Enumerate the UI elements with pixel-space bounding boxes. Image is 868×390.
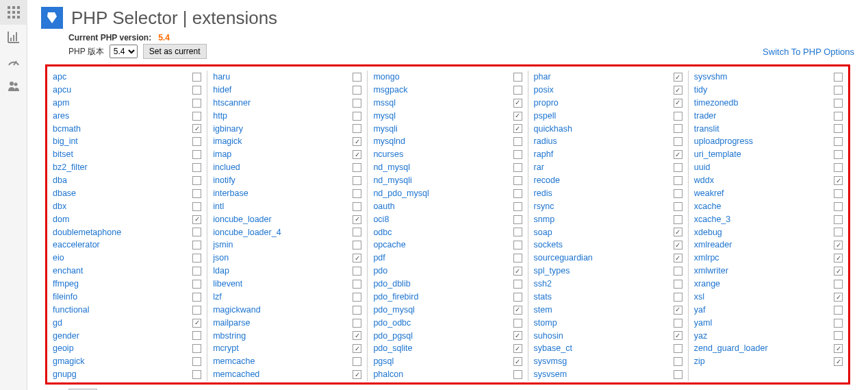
extension-checkbox[interactable] [513, 370, 522, 379]
extension-checkbox[interactable] [353, 228, 361, 236]
extension-checkbox[interactable] [674, 344, 682, 353]
extension-link[interactable]: dbase [53, 188, 76, 199]
extension-link[interactable]: gmagick [53, 356, 85, 367]
extension-link[interactable]: eaccelerator [53, 239, 100, 251]
extension-link[interactable]: sourceguardian [534, 252, 593, 264]
extension-checkbox[interactable] [674, 228, 682, 236]
extension-link[interactable]: intl [213, 201, 224, 212]
extension-checkbox[interactable] [513, 112, 522, 121]
extension-checkbox[interactable] [513, 73, 522, 82]
extension-link[interactable]: dom [53, 214, 69, 226]
extension-link[interactable]: dba [53, 175, 67, 186]
extension-link[interactable]: suhosin [534, 330, 563, 342]
extension-link[interactable]: pgsql [373, 356, 394, 367]
extension-link[interactable]: mcrypt [213, 343, 239, 354]
extension-link[interactable]: yaz [694, 330, 707, 342]
extension-checkbox[interactable] [674, 124, 682, 133]
extension-checkbox[interactable] [674, 189, 682, 198]
extension-checkbox[interactable] [674, 241, 682, 249]
extension-checkbox[interactable] [192, 124, 201, 133]
extension-link[interactable]: ares [53, 110, 69, 122]
extension-link[interactable]: hidef [213, 84, 231, 96]
extension-link[interactable]: rar [534, 162, 544, 173]
extension-link[interactable]: rsync [534, 201, 554, 212]
extension-link[interactable]: propro [534, 97, 559, 109]
extension-link[interactable]: yaf [694, 304, 706, 316]
extension-checkbox[interactable] [353, 306, 361, 315]
extension-link[interactable]: mbstring [213, 330, 246, 342]
sidebar-gauge-icon[interactable] [0, 49, 27, 74]
extension-checkbox[interactable] [674, 267, 682, 276]
extension-checkbox[interactable] [513, 357, 522, 366]
extension-checkbox[interactable] [513, 293, 522, 302]
extension-checkbox[interactable] [192, 202, 201, 211]
extension-checkbox[interactable] [353, 215, 361, 224]
extension-checkbox[interactable] [192, 189, 201, 198]
extension-link[interactable]: timezonedb [694, 97, 739, 109]
extension-link[interactable]: xdebug [694, 227, 722, 239]
extension-link[interactable]: ffmpeg [53, 278, 79, 290]
extension-checkbox[interactable] [834, 357, 843, 366]
extension-checkbox[interactable] [353, 150, 361, 159]
extension-link[interactable]: pspell [534, 110, 557, 122]
extension-link[interactable]: msgpack [373, 84, 407, 96]
extension-checkbox[interactable] [834, 280, 843, 289]
extension-checkbox[interactable] [192, 254, 201, 263]
extension-link[interactable]: odbc [373, 227, 392, 239]
extension-checkbox[interactable] [513, 228, 522, 236]
extension-checkbox[interactable] [192, 86, 201, 95]
extension-link[interactable]: mysqlnd [373, 136, 405, 147]
extension-checkbox[interactable] [353, 163, 361, 172]
extension-link[interactable]: sysvshm [694, 71, 728, 83]
extension-link[interactable]: uploadprogress [694, 136, 753, 147]
extension-link[interactable]: http [213, 110, 227, 122]
extension-link[interactable]: opcache [373, 239, 405, 251]
extension-checkbox[interactable] [353, 370, 361, 379]
extension-link[interactable]: phar [534, 71, 551, 83]
extension-link[interactable]: imap [213, 149, 231, 160]
extension-checkbox[interactable] [674, 331, 682, 340]
extension-link[interactable]: recode [534, 175, 560, 186]
extension-checkbox[interactable] [192, 99, 201, 108]
extension-checkbox[interactable] [834, 176, 843, 185]
extension-link[interactable]: ioncube_loader [213, 214, 272, 226]
sidebar-grid-icon[interactable] [0, 0, 27, 25]
extension-link[interactable]: gnupg [53, 369, 77, 380]
extension-link[interactable]: functional [53, 304, 90, 316]
extension-checkbox[interactable] [192, 137, 201, 146]
extension-link[interactable]: igbinary [213, 123, 243, 135]
extension-checkbox[interactable] [353, 137, 361, 146]
extension-checkbox[interactable] [834, 331, 843, 340]
extension-checkbox[interactable] [674, 319, 682, 328]
switch-options-link[interactable]: Switch To PHP Options [763, 47, 854, 57]
extension-checkbox[interactable] [192, 215, 201, 224]
extension-checkbox[interactable] [674, 306, 682, 315]
extension-checkbox[interactable] [513, 344, 522, 353]
extension-link[interactable]: xcache_3 [694, 214, 731, 226]
extension-link[interactable]: stomp [534, 317, 557, 329]
extension-link[interactable]: zip [694, 356, 705, 367]
extension-link[interactable]: htscanner [213, 97, 251, 109]
extension-link[interactable]: posix [534, 84, 554, 96]
extension-link[interactable]: bz2_filter [53, 162, 88, 173]
extension-checkbox[interactable] [834, 137, 843, 146]
extension-link[interactable]: soap [534, 227, 552, 239]
extension-link[interactable]: mssql [373, 97, 396, 109]
extension-checkbox[interactable] [192, 176, 201, 185]
extension-checkbox[interactable] [353, 344, 361, 353]
extension-link[interactable]: pdo [373, 265, 387, 277]
extension-link[interactable]: mysqli [373, 123, 397, 135]
extension-link[interactable]: ldap [213, 265, 229, 277]
extension-checkbox[interactable] [513, 241, 522, 249]
extension-checkbox[interactable] [834, 215, 843, 224]
extension-checkbox[interactable] [834, 86, 843, 95]
extension-checkbox[interactable] [353, 202, 361, 211]
extension-link[interactable]: pdo_odbc [373, 317, 411, 329]
extension-checkbox[interactable] [674, 202, 682, 211]
extension-checkbox[interactable] [513, 202, 522, 211]
extension-checkbox[interactable] [353, 189, 361, 198]
extension-link[interactable]: geoip [53, 343, 74, 354]
extension-checkbox[interactable] [674, 370, 682, 379]
extension-link[interactable]: pdf [373, 252, 385, 264]
extension-checkbox[interactable] [513, 306, 522, 315]
